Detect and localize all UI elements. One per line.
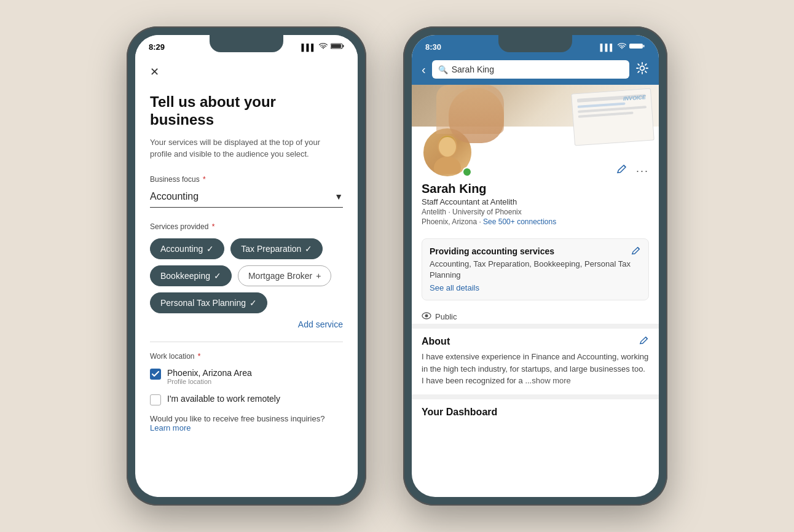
tag-bookkeeping[interactable]: Bookkeeping ✓ (150, 265, 232, 286)
tag-tax-preparation[interactable]: Tax Preparation ✓ (230, 238, 323, 259)
business-focus-value: Accounting (150, 191, 198, 202)
section-divider (412, 324, 659, 329)
tag-mortgage-broker[interactable]: Mortgage Broker + (238, 265, 331, 286)
remote-text: I'm available to work remotely (167, 394, 280, 404)
svg-rect-2 (343, 45, 344, 47)
tags-row-3: Personal Tax Planning ✓ (150, 292, 343, 313)
linkedin-header: ‹ 🔍 Sarah King (412, 55, 659, 85)
work-remotely-checkbox-row[interactable]: I'm available to work remotely (150, 394, 343, 405)
about-section: About I have extensive experience in Fin… (412, 329, 659, 394)
tags-row-2: Bookkeeping ✓ Mortgage Broker + (150, 265, 343, 286)
services-edit-icon[interactable] (631, 246, 641, 259)
profile-section: ··· Sarah King Staff Accountant at Antel… (412, 127, 659, 238)
left-time: 8:29 (149, 42, 165, 52)
tag-mortgage-broker-label: Mortgage Broker (248, 271, 312, 281)
about-title: About (422, 336, 649, 347)
visibility-text: Public (435, 312, 457, 321)
tag-bookkeeping-check: ✓ (214, 271, 221, 281)
right-wifi-icon (618, 42, 626, 52)
dashboard-title: Your Dashboard (422, 407, 649, 418)
search-icon: 🔍 (438, 65, 448, 74)
tag-tax-preparation-label: Tax Preparation (241, 244, 301, 254)
battery-icon (331, 42, 344, 52)
more-options-icon[interactable]: ··· (636, 165, 649, 178)
services-provided-label: Services provided * (150, 222, 343, 231)
search-bar[interactable]: 🔍 Sarah King (432, 60, 629, 79)
right-phone: 8:30 ▌▌▌ ‹ 🔍 Sarah King (403, 26, 667, 506)
search-text: Sarah King (452, 65, 494, 74)
tag-accounting[interactable]: Accounting ✓ (150, 238, 224, 259)
profile-location: Phoenix, Arizona · See 500+ connections (422, 217, 649, 226)
business-focus-label: Business focus * (150, 175, 343, 184)
about-text: I have extensive experience in Finance a… (422, 351, 649, 387)
see-all-details-link[interactable]: See all details (430, 283, 641, 292)
left-form: ✕ Tell us about your business Your servi… (135, 55, 358, 442)
profile-name: Sarah King (422, 182, 649, 196)
close-button[interactable]: ✕ (150, 65, 343, 79)
services-card-list: Accounting, Tax Preparation, Bookkeeping… (430, 259, 641, 281)
svg-rect-4 (643, 45, 645, 47)
work-location-checkbox1-row[interactable]: Phoenix, Arizona Area Profile location (150, 368, 343, 385)
profile-meta: Antelith · University of Phoenix (422, 208, 649, 216)
dashboard-section: Your Dashboard (412, 394, 659, 425)
profile-actions: ··· (616, 164, 649, 178)
eye-icon (422, 311, 431, 321)
left-phone-screen: 8:29 ▌▌▌ ✕ Tell us about your business Y… (135, 35, 358, 497)
show-more-link[interactable]: show more (532, 376, 571, 385)
connections-link[interactable]: See 500+ connections (483, 217, 556, 226)
profile-edit-icon[interactable] (616, 164, 627, 178)
svg-point-7 (439, 137, 456, 157)
left-status-icons: ▌▌▌ (302, 42, 344, 52)
tag-bookkeeping-label: Bookkeeping (160, 271, 210, 281)
right-battery-icon (629, 42, 645, 52)
about-edit-icon[interactable] (639, 336, 649, 348)
svg-point-8 (434, 157, 461, 174)
online-status-dot (462, 167, 472, 177)
tag-personal-tax-check: ✓ (250, 298, 257, 308)
notch (210, 35, 283, 52)
left-phone: 8:29 ▌▌▌ ✕ Tell us about your business Y… (127, 26, 366, 506)
phoenix-location-text: Phoenix, Arizona Area Profile location (167, 368, 252, 385)
checkbox-remote-empty[interactable] (150, 394, 161, 405)
checkbox-phoenix-checked[interactable] (150, 369, 161, 380)
learn-more-link[interactable]: Learn more (150, 423, 343, 432)
signal-icon: ▌▌▌ (302, 44, 316, 51)
tag-accounting-check: ✓ (206, 244, 214, 254)
form-title: Tell us about your business (150, 93, 343, 129)
right-phone-screen: 8:30 ▌▌▌ ‹ 🔍 Sarah King (412, 35, 659, 497)
back-arrow-icon[interactable]: ‹ (422, 63, 426, 77)
business-inquiries-text: Would you like to receive free business … (150, 414, 343, 423)
work-location-label: Work location * (150, 352, 343, 361)
tag-mortgage-broker-plus: + (316, 271, 321, 281)
right-signal-icon: ▌▌▌ (600, 44, 615, 51)
settings-icon[interactable] (635, 61, 649, 78)
scene: 8:29 ▌▌▌ ✕ Tell us about your business Y… (0, 0, 794, 532)
dropdown-arrow-icon: ▼ (334, 192, 343, 201)
services-card-title: Providing accounting services (430, 246, 641, 256)
svg-rect-1 (331, 44, 341, 48)
profile-title: Staff Accountant at Antelith (422, 197, 649, 206)
tag-personal-tax[interactable]: Personal Tax Planning ✓ (150, 292, 267, 313)
wifi-icon (319, 42, 328, 52)
tag-personal-tax-label: Personal Tax Planning (160, 298, 246, 308)
business-focus-dropdown[interactable]: Accounting ▼ (150, 187, 343, 208)
form-subtitle: Your services will be displayed at the t… (150, 136, 343, 160)
svg-point-5 (640, 66, 645, 70)
right-status-icons: ▌▌▌ (600, 42, 645, 52)
svg-point-10 (425, 315, 428, 318)
divider (150, 342, 343, 342)
right-time: 8:30 (425, 42, 441, 52)
add-service-link[interactable]: Add service (150, 319, 343, 329)
services-card: Providing accounting services Accounting… (422, 238, 649, 300)
right-notch (498, 35, 572, 52)
tag-tax-preparation-check: ✓ (305, 244, 312, 254)
tag-accounting-label: Accounting (160, 244, 203, 254)
svg-rect-3 (629, 44, 643, 49)
tags-row-1: Accounting ✓ Tax Preparation ✓ (150, 238, 343, 259)
visibility-row: Public (412, 307, 659, 324)
